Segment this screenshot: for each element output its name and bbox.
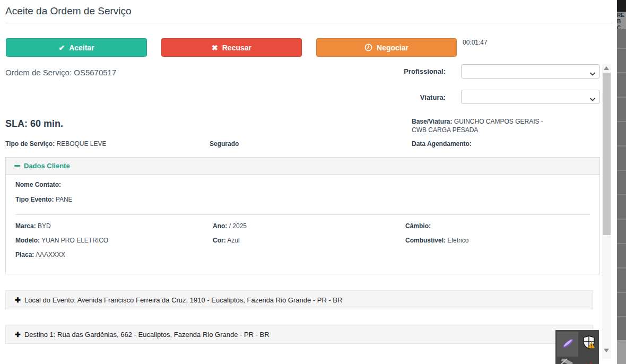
data-agendamento-field: Data Agendamento: (412, 140, 472, 148)
minus-icon (14, 165, 20, 167)
combustivel-field: Combustível: Elétrico (405, 237, 468, 244)
scroll-up-arrow-icon[interactable] (604, 66, 609, 70)
tipo-servico-field: Tipo de Serviço: REBOQUE LEVE (5, 140, 107, 148)
check-icon: ✔ (58, 44, 65, 52)
cor-field: Cor: Azul (213, 237, 240, 244)
accept-button-label: Aceitar (69, 44, 94, 52)
background-window-sliver (617, 0, 626, 364)
vertical-scrollbar[interactable] (602, 64, 611, 359)
profissional-select[interactable] (461, 64, 600, 79)
segurado-label: Segurado (210, 140, 239, 148)
scrollbar-thumb[interactable] (603, 73, 611, 235)
local-evento-text: Local do Evento: Avenida Francisco Ferre… (24, 296, 343, 304)
dados-cliente-panel: Dados Cliente Nome Contato: Tipo Evento:… (5, 157, 600, 274)
marca-field: Marca: BYD (15, 222, 51, 230)
negotiate-button-label: Negociar (377, 44, 408, 52)
background-window-footer (617, 340, 626, 364)
background-window-text: RE B C (617, 12, 626, 29)
order-number: Ordem de Serviço: OS5670517 (5, 68, 116, 77)
clock-icon (364, 44, 372, 51)
placa-field: Placa: AAAXXXX (15, 251, 65, 258)
destino1-text: Destino 1: Rua das Gardênias, 662 - Euca… (24, 331, 269, 339)
plus-icon: ✚ (15, 296, 21, 304)
red-tray-icon[interactable] (584, 360, 593, 364)
dados-cliente-header[interactable]: Dados Cliente (6, 158, 599, 175)
countdown-timer: 00:01:47 (463, 39, 488, 46)
refuse-button-label: Recusar (222, 44, 251, 52)
viatura-select[interactable] (461, 90, 600, 104)
accept-button[interactable]: ✔ Aceitar (6, 38, 147, 57)
divider (15, 214, 590, 215)
nome-contato-field: Nome Contato: (15, 181, 61, 188)
tipo-evento-field: Tipo Evento: PANE (15, 196, 73, 203)
chevron-down-icon (589, 94, 596, 104)
base-viatura-field: Base/Viatura: GUINCHO CAMPOS GERAIS - CW… (412, 117, 551, 134)
viatura-label: Viatura: (340, 93, 446, 101)
plus-icon: ✚ (15, 331, 21, 339)
cambio-field: Câmbio: (405, 222, 431, 230)
security-shield-icon[interactable] (582, 335, 595, 351)
modelo-field: Modelo: YUAN PRO ELETRICO (15, 237, 108, 244)
feather-icon[interactable] (561, 336, 575, 352)
pencil-slash-icon[interactable] (559, 359, 575, 364)
scroll-down-arrow-icon[interactable] (604, 349, 609, 352)
system-tray-popup (555, 330, 599, 364)
local-evento-section[interactable]: ✚ Local do Evento: Avenida Francisco Fer… (5, 290, 593, 309)
destino1-section[interactable]: ✚ Destino 1: Rua das Gardênias, 662 - Eu… (5, 325, 593, 344)
x-icon: ✖ (212, 44, 218, 52)
page-title: Aceite da Ordem de Serviço (5, 5, 132, 17)
ano-field: Ano: / 2025 (213, 222, 247, 230)
background-window-titlebar (617, 0, 626, 12)
negotiate-button[interactable]: Negociar (316, 38, 457, 57)
refuse-button[interactable]: ✖ Recusar (161, 38, 302, 57)
sla-text: SLA: 60 min. (5, 118, 63, 129)
chevron-down-icon (589, 69, 596, 79)
profissional-label: Profissional: (340, 67, 446, 75)
divider (5, 23, 613, 23)
dados-cliente-title: Dados Cliente (24, 162, 70, 170)
